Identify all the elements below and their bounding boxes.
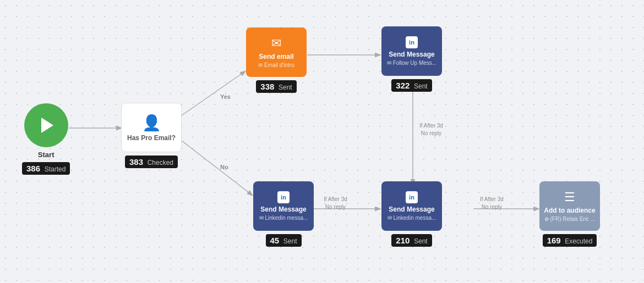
linkedin-send2-badge: 210 Sent [391,234,432,247]
linkedin-icon: in [406,36,418,48]
svg-line-1 [182,71,245,115]
linkedin-followup-sub: ✉ Follow Up Mess... [387,60,436,66]
linkedin-followup-box[interactable]: in Send Message ✉ Follow Up Mess... [381,26,442,76]
start-node[interactable]: Start 386 Started [22,103,70,175]
linkedin-followup-node[interactable]: in Send Message ✉ Follow Up Mess... 322 … [381,26,442,92]
add-audience-box[interactable]: ☰ Add to audience ⊕ (FR) Relais Eric ... [539,181,600,231]
if-after-label-2: If After 3d No reply [324,196,347,211]
if-after-label-1: If After 3d No reply [419,122,443,137]
if-after-label-3: If After 3d No reply [480,196,504,211]
add-audience-node[interactable]: ☰ Add to audience ⊕ (FR) Relais Eric ...… [539,181,600,247]
send-email-badge: 338 Sent [256,80,296,93]
start-circle[interactable] [24,103,68,147]
start-badge: 386 Started [22,162,70,175]
linkedin-send2-title: Send Message [389,206,434,213]
linkedin-send1-sub: ✉ Linkedin messa... [259,215,308,221]
play-icon [41,118,53,133]
svg-line-2 [182,141,252,195]
flow-canvas: Start 386 Started 👤 Has Pro Email? 383 C… [0,0,644,283]
linkedin-icon-2: in [277,191,290,203]
send-email-title: Send email [259,53,293,60]
no-label: No [220,164,228,170]
condition-icon: 👤 [142,114,161,132]
linkedin-followup-badge: 322 Sent [391,79,432,92]
send-email-box[interactable]: ✉ Send email ✉ Email d'intro [246,27,307,77]
condition-badge: 383 Checked [125,156,178,168]
condition-node[interactable]: 👤 Has Pro Email? 383 Checked [121,103,182,168]
condition-text: Has Pro Email? [127,134,176,142]
add-audience-sub: ⊕ (FR) Relais Eric ... [544,216,595,222]
linkedin-send2-box[interactable]: in Send Message ✉ Linkedin messa... [381,181,442,231]
send-email-node[interactable]: ✉ Send email ✉ Email d'intro 338 Sent [246,27,307,93]
linkedin-icon-3: in [406,191,418,203]
linkedin-send1-badge: 45 Sent [266,234,302,247]
condition-box[interactable]: 👤 Has Pro Email? [121,103,182,152]
linkedin-send2-node[interactable]: in Send Message ✉ Linkedin messa... 210 … [381,181,442,247]
yes-label: Yes [220,93,231,100]
linkedin-send2-sub: ✉ Linkedin messa... [388,215,436,221]
linkedin-send1-node[interactable]: in Send Message ✉ Linkedin messa... 45 S… [253,181,314,247]
start-label: Start [38,151,54,159]
email-icon: ✉ [271,36,281,51]
linkedin-send1-title: Send Message [260,206,306,213]
add-audience-badge: 169 Executed [543,234,597,247]
linkedin-send1-box[interactable]: in Send Message ✉ Linkedin messa... [253,181,314,231]
linkedin-followup-title: Send Message [389,51,434,58]
send-email-sub: ✉ Email d'intro [258,62,294,68]
list-icon: ☰ [564,190,575,204]
add-audience-title: Add to audience [544,207,595,214]
